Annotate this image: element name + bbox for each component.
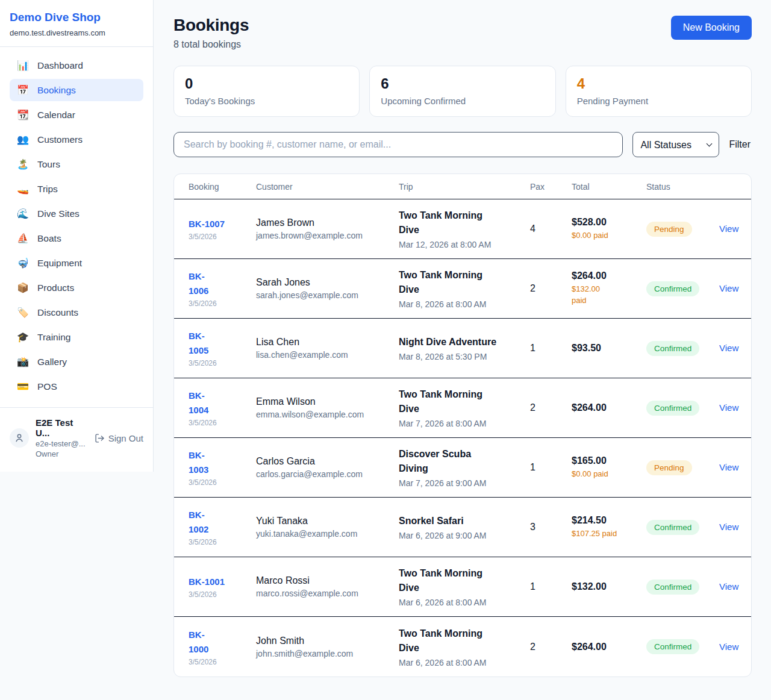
table-row: BK-1001 3/5/2026 Marco Rossi marco.rossi… [174,557,751,617]
trip-cell: Two Tank Morning Dive Mar 7, 2026 at 8:0… [399,387,530,428]
view-link[interactable]: View [719,283,738,293]
app-root: Demo Dive Shop demo.test.divestreams.com… [0,0,771,695]
user-name: E2E Test U... [36,417,88,438]
booking-date: 3/5/2026 [189,359,250,367]
pax-count: 1 [530,581,572,592]
status-cell: Pending [646,460,719,475]
total-cell: $264.00 [572,642,646,652]
trip-datetime: Mar 6, 2026 at 8:00 AM [399,658,524,667]
booking-id-link[interactable]: BK- 1004 [189,389,208,417]
total-amount: $132.00 [572,581,640,592]
paid-amount: $0.00 paid [572,469,640,480]
trip-name: Snorkel Safari [399,514,524,528]
booking-id-link[interactable]: BK-1007 [189,217,225,231]
trip-cell: Snorkel Safari Mar 6, 2026 at 9:00 AM [399,514,530,540]
stat-label: Today's Bookings [185,96,348,106]
view-link[interactable]: View [719,223,738,234]
sidebar-item-pos[interactable]: 💳 POS [10,375,143,398]
customer-cell: Carlos Garcia carlos.garcia@example.com [256,456,399,479]
trip-datetime: Mar 12, 2026 at 8:00 AM [399,240,524,249]
customer-email: james.brown@example.com [256,231,393,240]
sidebar-item-label: Discounts [37,307,78,318]
view-cell: View [719,522,744,533]
booking-date: 3/5/2026 [189,538,250,546]
booking-id-link[interactable]: BK- 1003 [189,448,208,477]
view-link[interactable]: View [719,343,738,353]
sidebar-item-boats[interactable]: ⛵ Boats [10,227,143,249]
stat-card: 4 Pending Payment [566,66,752,117]
sidebar-item-gallery[interactable]: 📸 Gallery [10,351,143,373]
customer-name: Lisa Chen [256,337,393,348]
sidebar-item-dashboard[interactable]: 📊 Dashboard [10,54,143,77]
new-booking-button[interactable]: New Booking [671,16,752,40]
search-input[interactable] [173,132,623,157]
status-badge: Pending [646,222,692,237]
sidebar-item-label: Calendar [37,110,75,120]
booking-id-link[interactable]: BK- 1006 [189,269,208,298]
booking-id-link[interactable]: BK- 1002 [189,508,208,537]
sidebar-item-calendar[interactable]: 📆 Calendar [10,104,143,126]
user-role: Owner [36,449,88,458]
page-title: Bookings [173,16,249,35]
sidebar-item-label: Trips [37,184,58,195]
sidebar-item-tours[interactable]: 🏝️ Tours [10,153,143,175]
stat-label: Pending Payment [577,96,740,106]
table-row: BK- 1006 3/5/2026 Sarah Jones sarah.jone… [174,259,751,319]
busts-icon: 👥 [17,134,29,145]
total-bookings-count: 8 total bookings [173,39,249,50]
view-link[interactable]: View [719,642,738,652]
status-select[interactable]: All Statuses [632,132,719,157]
view-link[interactable]: View [719,581,738,592]
sidebar-item-dive-sites[interactable]: 🌊 Dive Sites [10,202,143,225]
package-icon: 📦 [17,282,29,293]
trip-name: Two Tank Morning Dive [399,627,524,655]
wave-icon: 🌊 [17,208,29,219]
view-link[interactable]: View [719,462,738,472]
stat-label: Upcoming Confirmed [381,96,544,106]
total-cell: $132.00 [572,581,646,592]
booking-id-link[interactable]: BK- 1000 [189,628,208,657]
filter-button[interactable]: Filter [729,139,752,150]
customer-name: James Brown [256,217,393,228]
trip-name: Two Tank Morning Dive [399,208,524,237]
sidebar-item-discounts[interactable]: 🏷️ Discounts [10,301,143,323]
island-icon: 🏝️ [17,158,29,170]
table-row: BK- 1004 3/5/2026 Emma Wilson emma.wilso… [174,378,751,438]
sidebar-item-trips[interactable]: 🚤 Trips [10,178,143,200]
status-badge: Pending [646,460,692,475]
sidebar-item-training[interactable]: 🎓 Training [10,326,143,348]
sidebar-item-label: POS [37,381,57,392]
pax-count: 1 [530,462,572,473]
view-link[interactable]: View [719,522,738,532]
sidebar-item-label: Products [37,283,74,293]
column-header-total: Total [572,182,646,192]
customer-name: Marco Rossi [256,575,393,586]
sidebar-item-equipment[interactable]: 🤿 Equipment [10,252,143,274]
customer-name: Carlos Garcia [256,456,393,467]
view-cell: View [719,462,744,473]
booking-id-link[interactable]: BK-1001 [189,575,225,589]
booking-cell: BK- 1005 3/5/2026 [189,329,256,367]
sidebar-item-label: Training [37,332,70,343]
status-cell: Confirmed [646,520,719,535]
graduation-cap-icon: 🎓 [17,331,29,343]
pax-count: 2 [530,283,572,294]
table-header-row: Booking Customer Trip Pax Total Status [174,174,751,199]
customer-email: emma.wilson@example.com [256,410,393,419]
view-link[interactable]: View [719,402,738,413]
trip-cell: Two Tank Morning Dive Mar 12, 2026 at 8:… [399,208,530,249]
customer-email: yuki.tanaka@example.com [256,529,393,539]
sidebar-item-customers[interactable]: 👥 Customers [10,128,143,151]
status-cell: Confirmed [646,341,719,356]
trip-datetime: Mar 7, 2026 at 8:00 AM [399,419,524,428]
tear-off-calendar-icon: 📆 [17,109,29,120]
sidebar-item-products[interactable]: 📦 Products [10,277,143,299]
trip-cell: Two Tank Morning Dive Mar 6, 2026 at 8:0… [399,566,530,607]
sign-out-button[interactable]: Sign Out [95,433,143,443]
booking-id-link[interactable]: BK- 1005 [189,329,208,358]
total-amount: $165.00 [572,455,640,466]
pax-count: 2 [530,642,572,652]
sidebar-item-bookings[interactable]: 📅 Bookings [10,79,143,101]
total-amount: $528.00 [572,217,640,228]
total-amount: $264.00 [572,270,640,281]
